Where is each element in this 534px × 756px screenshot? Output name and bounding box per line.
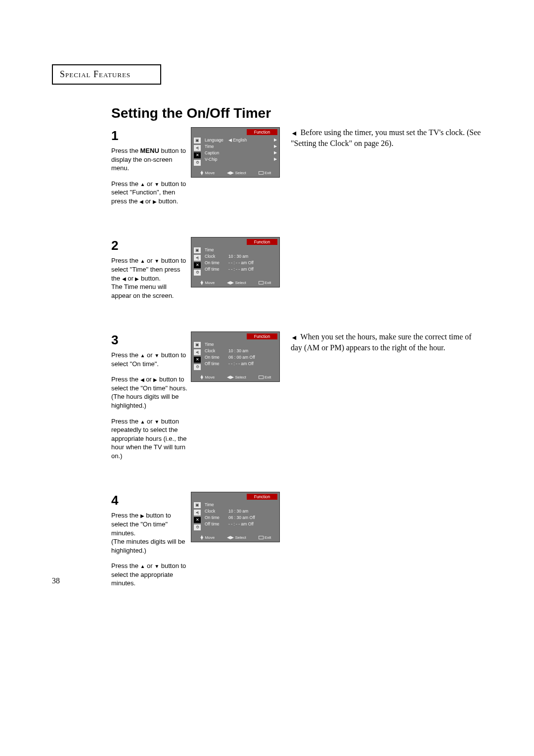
osd-select-hint: ◀▶ Select [227, 535, 246, 540]
osd-category-icon: ✕ [194, 357, 201, 363]
chevron-right-icon: ▶ [274, 150, 277, 155]
leftright-icon: ◀▶ [227, 170, 234, 175]
osd-row-label: On time [205, 260, 228, 265]
osd-title: Function [247, 129, 277, 135]
chevron-right-icon: ▶ [274, 157, 277, 161]
updown-icon: ▲▼ [200, 535, 204, 540]
step-number: 4 [111, 492, 188, 509]
osd-icon-column: ▣◂)✕⚙ [194, 137, 202, 167]
down-triangle-icon: ▼ [154, 563, 159, 570]
osd-row-label: Clock [205, 254, 228, 259]
osd-row-label: Off time [205, 521, 228, 526]
menu-icon [259, 536, 264, 539]
osd-category-icon: ◂) [194, 510, 201, 516]
osd-row: On time 06 : 30 am Off [205, 514, 277, 520]
osd-category-icon: ⚙ [194, 364, 201, 370]
chevron-right-icon: ▶ [274, 144, 277, 148]
step-paragraph: Press the ▲ or ▼ button to select "On ti… [111, 351, 188, 368]
osd-screen: Function ▣◂)✕⚙ Time Clock 10 : 30 am On … [191, 331, 280, 382]
osd-row-value: 10 : 30 am [228, 254, 277, 259]
osd-row-value: 06 : 30 am Off [228, 515, 277, 520]
osd-row-label: Off time [205, 361, 228, 366]
osd-category-icon: ✕ [194, 517, 201, 523]
osd-wrap: Function ▣◂)✕⚙ Language ◀ English ▶ Time… [191, 127, 280, 178]
leftright-icon: ◀▶ [227, 280, 234, 285]
osd-title: Function [247, 494, 277, 500]
right-triangle-icon: ▶ [153, 377, 157, 383]
osd-screen: Function ▣◂)✕⚙ Time Clock 10 : 30 am On … [191, 237, 280, 287]
osd-list: Time Clock 10 : 30 am On time 06 : 00 am… [202, 341, 277, 372]
down-triangle-icon: ▼ [154, 352, 159, 359]
osd-footer: ▲▼ Move ◀▶ Select Exit [191, 373, 279, 381]
osd-footer: ▲▼ Move ◀▶ Select Exit [191, 169, 279, 177]
osd-exit-hint: Exit [259, 170, 271, 175]
osd-row-label: On time [205, 515, 228, 520]
step-paragraph: Press the MENU button to display the on-… [111, 146, 188, 173]
osd-row-value: ◀ English [228, 138, 274, 142]
osd-list: Language ◀ English ▶ Time ▶ Caption ▶ V-… [202, 137, 277, 167]
osd-row-value: 10 : 30 am [228, 509, 277, 514]
osd-row: Language ◀ English ▶ [205, 137, 277, 143]
osd-title: Function [247, 239, 277, 245]
osd-row-label: Clock [205, 348, 228, 353]
osd-row: Time ▶ [205, 143, 277, 149]
note-arrow-icon: ◄ [291, 333, 298, 343]
osd-category-icon: ✕ [194, 152, 201, 158]
osd-row-label: Clock [205, 509, 228, 514]
left-triangle-icon: ◀ [139, 198, 143, 205]
section-header: Special Features [52, 64, 161, 85]
osd-row: Time [205, 501, 277, 508]
osd-icon-column: ▣◂)✕⚙ [194, 246, 202, 277]
step-row: 2Press the ▲ or ▼ button to select "Time… [111, 237, 482, 307]
osd-category-icon: ✕ [194, 262, 201, 268]
step-paragraph: Press the ▲ or ▼ button to select "Time"… [111, 256, 188, 300]
osd-exit-hint: Exit [259, 280, 271, 285]
osd-category-icon: ▣ [194, 502, 201, 508]
updown-icon: ▲▼ [200, 281, 204, 285]
osd-exit-hint: Exit [259, 535, 271, 540]
osd-category-icon: ⚙ [194, 270, 201, 276]
right-triangle-icon: ▶ [140, 513, 144, 520]
osd-row: On time - - : - - am Off [205, 259, 277, 266]
menu-icon [259, 171, 264, 175]
osd-list: Time Clock 10 : 30 am On time 06 : 30 am… [202, 501, 277, 532]
osd-row-value: - - : - - am Off [228, 260, 277, 265]
osd-icon-column: ▣◂)✕⚙ [194, 341, 202, 372]
osd-category-icon: ⚙ [194, 524, 201, 530]
osd-row: Off time - - : - - am Off [205, 266, 277, 272]
leftright-icon: ◀▶ [227, 375, 234, 379]
leftright-icon: ◀▶ [227, 535, 234, 540]
chevron-right-icon: ▶ [274, 138, 277, 142]
osd-wrap: Function ▣◂)✕⚙ Time Clock 10 : 30 am On … [191, 237, 280, 287]
step-instructions: 2Press the ▲ or ▼ button to select "Time… [111, 237, 188, 307]
osd-select-hint: ◀▶ Select [227, 170, 246, 175]
side-note: ◄ When you set the hours, make sure the … [291, 331, 482, 353]
osd-category-icon: ◂) [194, 255, 201, 261]
up-triangle-icon: ▲ [140, 563, 145, 570]
osd-row-label: V-Chip [205, 157, 228, 162]
down-triangle-icon: ▼ [154, 258, 159, 265]
step-instructions: 4Press the ▶ button to select the "On ti… [111, 492, 188, 594]
up-triangle-icon: ▲ [140, 419, 145, 425]
right-triangle-icon: ▶ [135, 276, 139, 283]
osd-row-label: Off time [205, 267, 228, 272]
osd-row-value: 10 : 30 am [228, 348, 277, 353]
osd-row: Off time - - : - - am Off [205, 360, 277, 367]
step-number: 1 [111, 127, 188, 144]
osd-row: On time 06 : 00 am Off [205, 354, 277, 360]
osd-row: Caption ▶ [205, 149, 277, 156]
osd-wrap: Function ▣◂)✕⚙ Time Clock 10 : 30 am On … [191, 492, 280, 542]
osd-row-label: Time [205, 144, 228, 149]
down-triangle-icon: ▼ [154, 181, 159, 188]
down-triangle-icon: ▼ [154, 419, 159, 425]
step-row: 3Press the ▲ or ▼ button to select "On t… [111, 331, 482, 467]
osd-row: Time [205, 341, 277, 347]
menu-icon [259, 281, 264, 284]
osd-row-label: Time [205, 247, 228, 252]
osd-row: Off time - - : - - am Off [205, 520, 277, 527]
updown-icon: ▲▼ [200, 171, 204, 175]
step-number: 2 [111, 237, 188, 254]
osd-footer: ▲▼ Move ◀▶ Select Exit [191, 533, 279, 542]
osd-row-value: 06 : 00 am Off [228, 355, 277, 360]
osd-footer: ▲▼ Move ◀▶ Select Exit [191, 279, 279, 287]
